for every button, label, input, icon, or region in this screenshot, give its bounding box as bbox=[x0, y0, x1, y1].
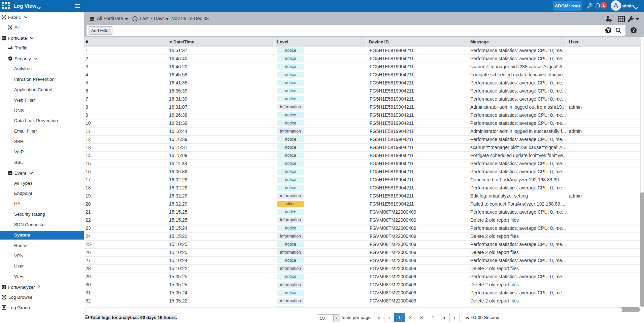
svg-text:?: ? bbox=[632, 28, 635, 33]
